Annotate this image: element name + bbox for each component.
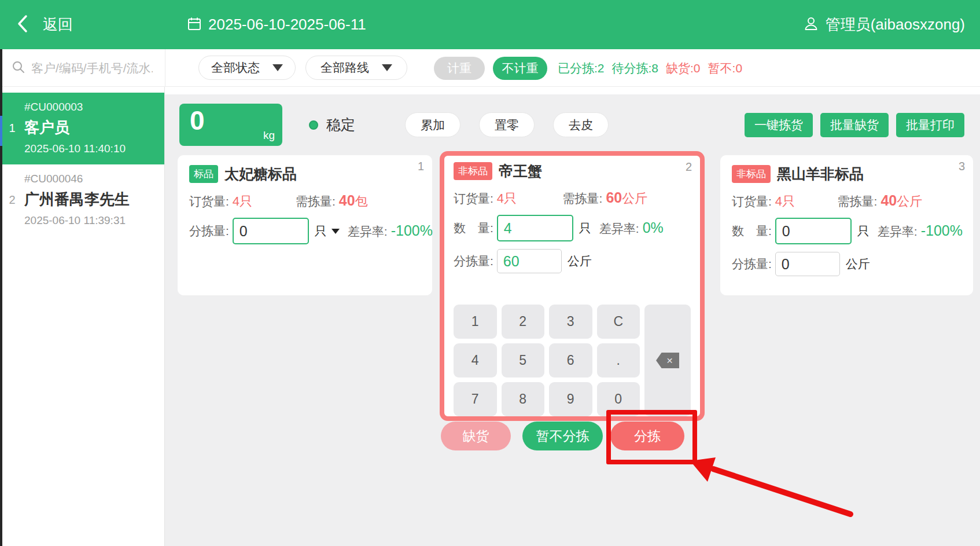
need-qty-unit: 公斤 bbox=[897, 193, 922, 210]
need-qty-label: 需拣量: bbox=[296, 193, 336, 210]
numpad-key-7[interactable]: 7 bbox=[454, 382, 497, 416]
customer-name: 广州番禺李先生 bbox=[24, 189, 159, 210]
order-qty-value: 4只 bbox=[233, 193, 252, 210]
numpad-backspace-key[interactable]: ✕ bbox=[644, 305, 691, 416]
need-qty-value: 40 bbox=[339, 192, 355, 209]
count-input[interactable] bbox=[497, 215, 573, 241]
numpad-key-1[interactable]: 1 bbox=[454, 305, 497, 339]
toolbar-divider bbox=[165, 49, 165, 87]
sort-button[interactable]: 分拣 bbox=[610, 422, 684, 450]
customer-item-selected[interactable]: 1 #CU000003 客户员 2025-06-10 11:40:10 bbox=[0, 93, 164, 164]
sorted-count: 已分拣:2 bbox=[558, 60, 605, 76]
weigh-toggle-off[interactable]: 计重 bbox=[434, 57, 485, 80]
sort-qty-input[interactable] bbox=[497, 249, 562, 273]
numpad-key-4[interactable]: 4 bbox=[454, 343, 497, 378]
customer-time: 2025-06-10 11:39:31 bbox=[24, 214, 159, 227]
back-label: 返回 bbox=[43, 14, 73, 35]
count-unit: 只 bbox=[857, 223, 870, 239]
need-qty-unit: 公斤 bbox=[622, 190, 647, 207]
backspace-icon: ✕ bbox=[656, 353, 679, 368]
numpad-key-9[interactable]: 9 bbox=[549, 382, 592, 416]
top-strip bbox=[165, 87, 980, 94]
count-unit: 只 bbox=[579, 220, 591, 236]
customer-name: 客户员 bbox=[24, 118, 159, 138]
numpad-key-6[interactable]: 6 bbox=[549, 343, 592, 378]
scale-status-dot bbox=[309, 120, 318, 130]
back-button[interactable]: 返回 bbox=[17, 0, 73, 49]
product-title: 太妃糖标品 bbox=[224, 164, 297, 184]
status-counters: 已分拣:2 待分拣:8 缺货:0 暂不:0 bbox=[558, 49, 742, 87]
sort-qty-unit: 公斤 bbox=[846, 256, 870, 272]
numpad-key-8[interactable]: 8 bbox=[502, 382, 545, 416]
need-qty-unit: 包 bbox=[355, 193, 368, 210]
unit-dropdown-icon[interactable] bbox=[331, 229, 340, 234]
count-label: 数 量: bbox=[454, 220, 493, 236]
search-input[interactable] bbox=[31, 61, 153, 75]
customer-code: #CU000003 bbox=[24, 101, 159, 113]
numpad-key-3[interactable]: 3 bbox=[549, 305, 592, 339]
diff-rate-value: -100% bbox=[921, 222, 963, 239]
order-qty-value: 4只 bbox=[497, 190, 517, 207]
need-qty-label: 需拣量: bbox=[563, 190, 603, 207]
batch-print-button[interactable]: 批量打印 bbox=[896, 113, 964, 137]
product-title: 黑山羊非标品 bbox=[777, 164, 864, 184]
card-actions-row: 缺货 暂不分拣 分拣 bbox=[441, 422, 684, 450]
weigh-toggle-on[interactable]: 不计重 bbox=[493, 57, 547, 80]
scale-row: 0 kg 稳定 累加 置零 去皮 一键拣货 批量缺货 批量打印 bbox=[179, 94, 964, 155]
accumulate-button[interactable]: 累加 bbox=[405, 112, 460, 137]
customer-index: 1 bbox=[0, 101, 24, 155]
postpone-sort-button[interactable]: 暂不分拣 bbox=[522, 422, 603, 450]
nonstandard-tag: 非标品 bbox=[732, 165, 771, 183]
scrollbar-track[interactable] bbox=[0, 49, 2, 546]
user-menu[interactable]: 管理员(aibaosxzong) bbox=[804, 0, 965, 49]
filter-toolbar: 全部状态 全部路线 计重 不计重 已分拣:2 待分拣:8 缺货:0 暂不:0 bbox=[0, 49, 980, 87]
status-filter-label: 全部状态 bbox=[211, 60, 260, 76]
customer-index: 2 bbox=[0, 173, 24, 227]
numpad: 1 2 3 C 4 5 6 . 7 8 9 0 ✕ bbox=[454, 305, 691, 416]
tare-button[interactable]: 去皮 bbox=[553, 112, 609, 137]
diff-rate-label: 差异率: bbox=[599, 221, 639, 237]
sort-qty-input[interactable] bbox=[233, 218, 309, 244]
numpad-key-5[interactable]: 5 bbox=[502, 343, 545, 378]
customer-time: 2025-06-10 11:40:10 bbox=[24, 142, 159, 155]
numpad-key-0[interactable]: 0 bbox=[597, 382, 640, 416]
sort-qty-unit: 公斤 bbox=[568, 253, 592, 269]
date-range-picker[interactable]: 2025-06-10-2025-06-11 bbox=[187, 0, 366, 49]
chevron-down-icon bbox=[382, 64, 392, 71]
date-range-label: 2025-06-10-2025-06-11 bbox=[208, 16, 366, 34]
order-qty-label: 订货量: bbox=[189, 193, 229, 210]
diff-rate-value: 0% bbox=[643, 219, 664, 236]
main-panel: 0 kg 稳定 累加 置零 去皮 一键拣货 批量缺货 批量打印 1 标品 太妃糖… bbox=[165, 87, 980, 546]
customer-item[interactable]: 2 #CU000046 广州番禺李先生 2025-06-10 11:39:31 bbox=[0, 164, 164, 236]
sort-qty-label: 分拣量: bbox=[189, 223, 229, 239]
batch-oos-button[interactable]: 批量缺货 bbox=[820, 113, 889, 137]
postponed-count: 暂不:0 bbox=[708, 60, 743, 76]
count-input[interactable] bbox=[775, 218, 852, 244]
card-sequence: 1 bbox=[418, 160, 424, 173]
one-key-pick-button[interactable]: 一键拣货 bbox=[745, 113, 813, 137]
numpad-key-2[interactable]: 2 bbox=[502, 305, 545, 339]
sort-qty-input[interactable] bbox=[775, 252, 840, 276]
oos-count: 缺货:0 bbox=[666, 60, 701, 76]
zero-button[interactable]: 置零 bbox=[479, 112, 535, 137]
user-label: 管理员(aibaosxzong) bbox=[826, 14, 965, 35]
out-of-stock-button[interactable]: 缺货 bbox=[441, 422, 511, 450]
order-qty-value: 4只 bbox=[775, 193, 795, 210]
product-card-1: 1 标品 太妃糖标品 订货量: 4只 需拣量: 40 包 分拣量: bbox=[178, 155, 432, 295]
card-sequence: 3 bbox=[959, 160, 965, 173]
annotation-arrow bbox=[686, 446, 865, 524]
route-filter-dropdown[interactable]: 全部路线 bbox=[305, 56, 407, 80]
numpad-key-clear[interactable]: C bbox=[597, 305, 640, 339]
scale-weight-unit: kg bbox=[263, 129, 275, 142]
sort-qty-label: 分拣量: bbox=[454, 253, 493, 269]
product-card-3: 3 非标品 黑山羊非标品 订货量: 4只 需拣量: 40 公斤 数 量: bbox=[720, 155, 973, 295]
count-label: 数 量: bbox=[732, 223, 772, 239]
scrollbar-thumb[interactable] bbox=[0, 116, 2, 146]
pending-count: 待分拣:8 bbox=[612, 60, 659, 76]
numpad-key-dot[interactable]: . bbox=[597, 343, 640, 378]
chevron-down-icon bbox=[272, 64, 283, 71]
customer-code: #CU000046 bbox=[24, 173, 159, 185]
status-filter-dropdown[interactable]: 全部状态 bbox=[198, 56, 296, 80]
customer-sidebar: 1 #CU000003 客户员 2025-06-10 11:40:10 2 #C… bbox=[0, 87, 165, 546]
sort-qty-label: 分拣量: bbox=[732, 256, 772, 272]
